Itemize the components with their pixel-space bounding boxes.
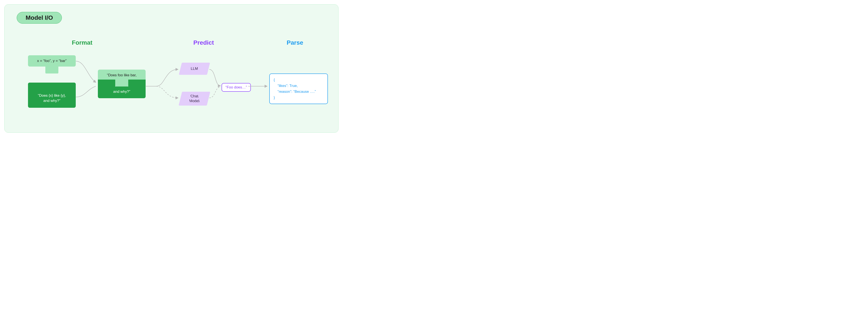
- parse-reason: “reason”: “Because ….”: [274, 89, 323, 95]
- chat-line2: Model: [189, 99, 200, 103]
- arrow-chat-to-output: [209, 87, 220, 98]
- arrow-vars-to-prompt: [76, 61, 96, 82]
- formatted-prompt-block: “Does foo like bar, and why?”: [98, 70, 146, 98]
- variables-text: x = “foo”, y = “bar”: [28, 55, 76, 67]
- model-io-panel: Model I/O Format Predict Parse x = “foo”…: [4, 4, 339, 133]
- chat-line1: Chat: [190, 94, 199, 99]
- parse-brace-close: }: [274, 96, 275, 100]
- puzzle-joined-icon: [115, 79, 128, 87]
- section-label-predict: Predict: [193, 39, 214, 46]
- panel-title: Model I/O: [17, 12, 62, 24]
- arrow-llm-to-output: [209, 69, 220, 86]
- parse-likes: “likes”: True,: [274, 83, 323, 89]
- parsed-output: { “likes”: True, “reason”: “Because ….” …: [269, 73, 328, 104]
- template-line1: “Does {x} like {y},: [38, 94, 66, 98]
- arrow-to-chat-model: [156, 86, 178, 98]
- model-output: “Foo does…”: [222, 83, 251, 92]
- prompt-line1: “Does foo like bar,: [107, 73, 136, 77]
- prompt-line2: and why?”: [113, 90, 130, 94]
- arrow-template-to-prompt: [76, 86, 96, 97]
- llm-node: LLM: [179, 63, 210, 75]
- template-line2: and why?”: [43, 99, 60, 103]
- section-label-format: Format: [72, 39, 92, 46]
- variables-block: x = “foo”, y = “bar”: [28, 55, 76, 73]
- parse-brace-open: {: [274, 78, 275, 82]
- template-block: “Does {x} like {y}, and why?”: [28, 82, 76, 108]
- section-label-parse: Parse: [287, 39, 303, 46]
- chat-model-node: Chat Model: [179, 92, 210, 106]
- puzzle-tab-icon: [45, 66, 58, 73]
- llm-label: LLM: [191, 67, 198, 71]
- puzzle-notch-icon: [45, 82, 58, 90]
- arrow-to-llm: [156, 69, 178, 86]
